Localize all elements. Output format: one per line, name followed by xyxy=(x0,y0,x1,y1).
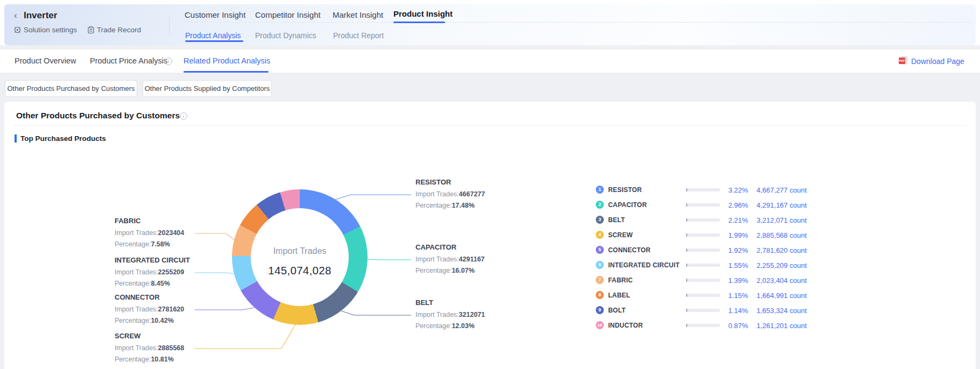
subtab-product-report[interactable]: Product Report xyxy=(333,31,384,40)
subtab-product-dynamics[interactable]: Product Dynamics xyxy=(255,31,316,40)
donut-callout: SCREWImport Trades:2885568Percentage:10.… xyxy=(115,332,184,365)
ranking-percentage: 1.55% xyxy=(716,261,748,269)
ranking-row[interactable]: 10INDUCTOR0.87%1,261,201 count xyxy=(592,318,818,333)
ranking-row[interactable]: 4SCREW1.99%2,885,568 count xyxy=(592,228,818,243)
product-ranking-list: 1RESISTOR3.22%4,667,277 count2CAPACITOR2… xyxy=(592,182,818,333)
callout-import-trades: Import Trades:3212071 xyxy=(415,309,485,321)
ranking-progress-fill xyxy=(686,233,687,237)
callout-product-name: CONNECTOR xyxy=(115,293,184,301)
callout-percentage: Percentage:8.45% xyxy=(115,278,190,289)
rank-badge: 10 xyxy=(596,321,604,329)
ranking-row[interactable]: 7FABRIC1.39%2,023,404 count xyxy=(592,273,818,288)
tab-product-price-analysis[interactable]: Product Price Analysis xyxy=(90,56,167,65)
trade-record-icon xyxy=(87,26,95,34)
ranking-product-name: RESISTOR xyxy=(608,186,642,194)
ranking-row[interactable]: 1RESISTOR3.22%4,667,277 count xyxy=(592,182,818,197)
donut-callout: BELTImport Trades:3212071Percentage:12.0… xyxy=(415,299,485,331)
ranking-progress-bar xyxy=(686,294,720,297)
ranking-percentage: 0.87% xyxy=(716,322,748,330)
ranking-progress-fill xyxy=(686,249,687,252)
trade-record-link[interactable]: Trade Record xyxy=(87,26,141,34)
ranking-progress-bar xyxy=(686,264,720,267)
header-bar xyxy=(4,4,976,45)
page-title: Inverter xyxy=(24,10,57,21)
filter-supplied-by-competitors-button[interactable]: Other Products Supplied by Competitors xyxy=(143,80,272,97)
section-title: Other Products Purchased by Customers xyxy=(16,111,180,120)
ranking-product-name: INTEGRATED CIRCUIT xyxy=(608,261,680,269)
ranking-count: 2,023,404 count xyxy=(752,276,807,285)
ranking-progress-bar xyxy=(686,233,720,237)
ranking-progress-bar xyxy=(686,309,720,312)
ranking-row[interactable]: 9BOLT1.14%1,653,324 count xyxy=(592,303,818,318)
ranking-progress-bar xyxy=(686,203,720,207)
ranking-progress-bar xyxy=(686,249,720,252)
callout-percentage: Percentage:16.07% xyxy=(415,265,485,276)
ranking-progress-fill xyxy=(686,188,687,191)
ranking-row[interactable]: 8LABEL1.15%1,664,991 count xyxy=(592,288,818,303)
ranking-row[interactable]: 6INTEGRATED CIRCUIT1.55%2,255,209 count xyxy=(592,258,818,273)
ranking-count: 2,885,568 count xyxy=(752,231,807,239)
ranking-progress-fill xyxy=(686,279,687,282)
ranking-row[interactable]: 3BELT2.21%3,212,071 count xyxy=(592,212,818,228)
ranking-progress-bar xyxy=(686,279,720,282)
tab-product-insight[interactable]: Product Insight xyxy=(393,9,453,18)
tab-competitor-insight[interactable]: Competitor Insight xyxy=(255,10,321,19)
rank-badge: 9 xyxy=(596,306,604,314)
rank-badge: 4 xyxy=(596,231,604,239)
ranking-product-name: SCREW xyxy=(608,231,633,239)
tab-related-product-analysis[interactable]: Related Product Analysis xyxy=(184,56,270,65)
ranking-percentage: 2.21% xyxy=(716,216,748,224)
callout-percentage: Percentage:7.58% xyxy=(115,239,184,250)
subtitle-accent-bar xyxy=(15,134,17,143)
ranking-product-name: BELT xyxy=(608,216,625,224)
ranking-progress-fill xyxy=(686,294,687,297)
donut-center-label: Import Trades xyxy=(232,246,368,256)
ranking-count: 3,212,071 count xyxy=(752,216,807,224)
section-info-icon[interactable]: i xyxy=(180,112,187,120)
tab-product-overview[interactable]: Product Overview xyxy=(15,56,76,65)
download-page-label: Download Page xyxy=(911,57,964,66)
rank-badge: 6 xyxy=(596,261,604,269)
price-analysis-info-icon[interactable]: i xyxy=(165,58,172,65)
callout-import-trades: Import Trades:2023404 xyxy=(115,228,184,239)
ranking-percentage: 2.96% xyxy=(716,201,748,209)
tab-customer-insight[interactable]: Customer Insight xyxy=(185,10,245,19)
back-chevron-icon[interactable]: ‹ xyxy=(14,11,17,20)
subtab-product-analysis[interactable]: Product Analysis xyxy=(185,31,241,40)
ranking-count: 1,653,324 count xyxy=(752,307,807,315)
callout-import-trades: Import Trades:2885568 xyxy=(115,343,184,354)
callout-import-trades: Import Trades:2781620 xyxy=(115,304,184,315)
donut-hole xyxy=(251,208,349,306)
callout-import-trades: Import Trades:4667277 xyxy=(415,189,485,200)
svg-text:PDF: PDF xyxy=(899,59,906,62)
donut-center-value: 145,074,028 xyxy=(232,264,368,277)
callout-product-name: BELT xyxy=(415,299,485,307)
ranking-count: 2,781,620 count xyxy=(752,246,807,254)
donut-callout: FABRICImport Trades:2023404Percentage:7.… xyxy=(115,217,184,250)
ranking-product-name: CONNECTOR xyxy=(608,246,651,254)
rank-badge: 2 xyxy=(596,201,604,209)
ranking-product-name: BOLT xyxy=(608,307,626,314)
chart-subtitle: Top Purchased Products xyxy=(20,134,106,143)
solution-settings-link[interactable]: Solution settings xyxy=(13,26,77,34)
callout-percentage: Percentage:12.03% xyxy=(415,321,485,332)
ranking-percentage: 1.39% xyxy=(716,276,748,285)
download-page-button[interactable]: PDF Download Page xyxy=(898,56,964,67)
donut-callout: INTEGRATED CIRCUITImport Trades:2255209P… xyxy=(115,256,190,289)
ranking-count: 2,255,209 count xyxy=(752,261,807,269)
ranking-row[interactable]: 2CAPACITOR2.96%4,291,167 count xyxy=(592,197,818,212)
callout-percentage: Percentage:10.42% xyxy=(115,315,184,327)
tab-market-insight[interactable]: Market Insight xyxy=(333,10,383,19)
ranking-percentage: 1.92% xyxy=(716,246,748,254)
ranking-row[interactable]: 5CONNECTOR1.92%2,781,620 count xyxy=(592,243,818,258)
callout-percentage: Percentage:17.48% xyxy=(415,200,485,211)
filter-purchased-by-customers-button[interactable]: Other Products Purchased by Customers xyxy=(5,80,137,97)
ranking-percentage: 3.22% xyxy=(716,186,748,194)
rank-badge: 1 xyxy=(596,186,604,194)
ranking-count: 1,664,991 count xyxy=(752,292,807,300)
ranking-progress-bar xyxy=(686,188,720,191)
ranking-product-name: FABRIC xyxy=(608,276,633,284)
ranking-product-name: CAPACITOR xyxy=(608,201,647,209)
header-divider-vertical xyxy=(169,17,170,34)
ranking-percentage: 1.15% xyxy=(716,292,748,300)
